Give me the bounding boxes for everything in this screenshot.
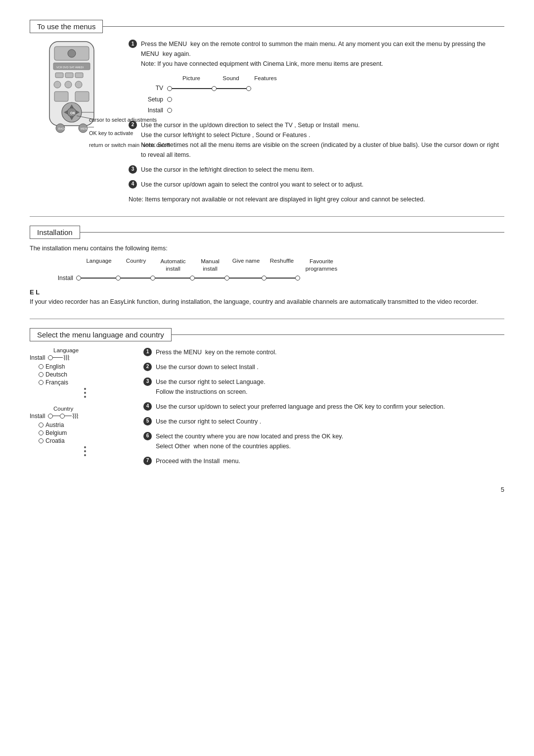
cdot1 (84, 446, 86, 448)
section2-title: Installation (30, 226, 80, 239)
page-number: 5 (30, 486, 504, 493)
step3-num: 3 (129, 165, 137, 174)
section3-line (172, 334, 504, 335)
step3: 3 Use the cursor in the left/right direc… (129, 165, 504, 175)
lang-step3-num: 3 (143, 378, 152, 386)
cursor-label: cursor to select adjustments (89, 116, 114, 124)
belgium-node (39, 430, 44, 435)
install-row-menu: Install (138, 106, 504, 115)
lang-step7-num: 7 (143, 457, 152, 465)
step4-text: Use the cursor up/down again to select t… (141, 180, 363, 189)
section1-header: To use the menus (30, 20, 504, 33)
lang-step6: 6 Select the country where you are now l… (143, 431, 504, 451)
lang-instructions: 1 Press the MENU key on the remote contr… (143, 347, 504, 471)
step1: 1 Press the MENU key on the remote contr… (129, 39, 504, 69)
lang-step1-text: Press the MENU key on the remote control… (156, 347, 277, 357)
install-desc: The installation menu contains the follo… (30, 245, 504, 252)
lang-step6-text: Select the country where you are now loc… (156, 431, 343, 451)
el-text: If your video recorder has an EasyLink f… (30, 297, 504, 307)
step3-text: Use the cursor in the left/right directi… (141, 165, 314, 175)
lang-step3-text: Use the cursor right to select Language.… (156, 377, 266, 397)
step4-num: 4 (129, 180, 137, 189)
english-node (39, 364, 44, 369)
tv-line1 (172, 88, 212, 89)
country-install-node (48, 414, 53, 419)
croatia-node (39, 438, 44, 443)
lang-step5-num: 5 (143, 417, 152, 425)
lang-line-to-squig (53, 357, 63, 358)
section-installation: Installation The installation menu conta… (30, 226, 504, 307)
lang-step3: 3 Use the cursor right to select Languag… (143, 377, 504, 397)
country-install-label: Install (30, 413, 45, 420)
lang-dots (41, 387, 129, 399)
deutsch-node (39, 372, 44, 377)
ok-label: OK key to activate (89, 129, 114, 138)
section3-content: Language Install ⌇⌇⌇ English Deutsch (30, 347, 504, 471)
col-reshuffle: Reshuffle (265, 258, 299, 273)
language-title-diag: Language (53, 347, 129, 353)
step1-num: 1 (129, 40, 137, 48)
back-label: return or switch main menu on/off (89, 141, 114, 149)
country-dots (41, 445, 129, 457)
lang-step2-num: 2 (143, 363, 152, 371)
setup-node (167, 97, 172, 102)
lang-squiggle: ⌇⌇⌇ (63, 354, 69, 361)
svg-point-2 (68, 49, 76, 57)
install-line-1 (81, 278, 116, 279)
col-manual-install: Manualinstall (193, 258, 227, 273)
lang-step5-text: Use the cursor right to select Country . (156, 417, 261, 426)
install-chain-label: Install (40, 275, 73, 282)
lang-step7: 7 Proceed with the Install menu. (143, 456, 504, 466)
lang-step7-text: Proceed with the Install menu. (156, 456, 240, 466)
country-squiggle: ⌇⌇⌇ (72, 413, 78, 420)
lang-step2-text: Use the cursor down to select Install . (156, 362, 259, 372)
dot1 (84, 388, 86, 390)
install-line-6 (267, 278, 295, 279)
install-line-3 (155, 278, 190, 279)
lang-step1-num: 1 (143, 348, 152, 356)
svg-point-10 (75, 81, 82, 88)
install-chain-row: Install (40, 275, 504, 282)
install-col-labels: Language Country Automaticinstall Manual… (79, 258, 504, 273)
section3-title: Select the menu language and country (30, 328, 172, 341)
install-diagram: Language Country Automaticinstall Manual… (40, 258, 504, 282)
step2-text: Use the cursor in the up/down direction … (141, 120, 504, 160)
svg-point-8 (54, 81, 61, 88)
lang-step2: 2 Use the cursor down to select Install … (143, 362, 504, 372)
col-favourite: Favouriteprogrammes (299, 258, 344, 273)
svg-rect-5 (55, 73, 63, 78)
install-node-4 (190, 276, 195, 281)
install-line-5 (229, 278, 262, 279)
deutsch-label: Deutsch (45, 371, 67, 378)
lang-step1: 1 Press the MENU key on the remote contr… (143, 347, 504, 357)
install-node-3 (150, 276, 155, 281)
menu-label-picture: Picture (169, 74, 214, 83)
country-line2 (65, 416, 72, 417)
section2-header: Installation (30, 226, 504, 239)
austria-label: Austria (45, 422, 64, 428)
country-install-row: Install ⌇⌇⌇ (30, 413, 129, 420)
francais-label: Français (45, 379, 68, 386)
install-node-6 (262, 276, 267, 281)
tv-line2 (217, 88, 246, 89)
belgium-label: Belgium (45, 429, 67, 436)
francais-node (39, 380, 44, 385)
el-label: E L (30, 288, 504, 296)
language-group-diagram: Language Install ⌇⌇⌇ English Deutsch (30, 347, 129, 399)
svg-text:MENU: MENU (81, 127, 89, 130)
install-node-1 (76, 276, 81, 281)
section1-title: To use the menus (30, 20, 103, 33)
belgium-row: Belgium (39, 429, 129, 436)
svg-text:OK: OK (70, 111, 76, 115)
section2-line (80, 232, 504, 233)
menu-label-sound: Sound (214, 74, 248, 83)
setup-row: Setup (138, 95, 504, 104)
dot2 (84, 392, 86, 394)
cdot3 (84, 454, 86, 456)
lang-step5: 5 Use the cursor right to select Country… (143, 417, 504, 426)
lang-step6-num: 6 (143, 432, 152, 440)
country-node2 (60, 414, 65, 419)
install-node-menu (167, 108, 172, 113)
croatia-label: Croatia (45, 437, 65, 444)
install-line-2 (121, 278, 150, 279)
